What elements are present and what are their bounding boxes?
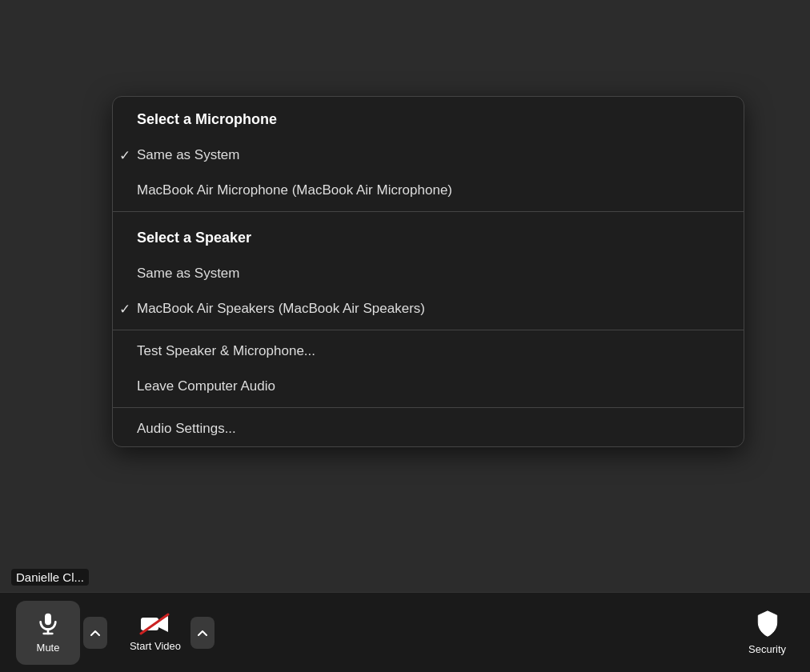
speaker-section: Select a Speaker Same as System ✓ MacBoo… xyxy=(113,215,744,326)
test-speaker-microphone[interactable]: Test Speaker & Microphone... xyxy=(113,334,744,369)
speaker-macbook-air[interactable]: ✓ MacBook Air Speakers (MacBook Air Spea… xyxy=(113,291,744,326)
chevron-up-icon xyxy=(90,630,100,636)
security-button[interactable]: Security xyxy=(748,610,786,655)
shield-icon xyxy=(754,610,781,638)
mute-button[interactable]: Mute xyxy=(16,601,80,665)
video-camera-muted-icon xyxy=(139,613,171,635)
microphone-section: Select a Microphone ✓ Same as System Mac… xyxy=(113,97,744,208)
svg-rect-0 xyxy=(45,614,51,626)
leave-computer-audio[interactable]: Leave Computer Audio xyxy=(113,369,744,404)
toolbar: Mute Start Video xyxy=(0,592,810,672)
microphone-macbook-air[interactable]: MacBook Air Microphone (MacBook Air Micr… xyxy=(113,173,744,208)
microphone-same-as-system[interactable]: ✓ Same as System xyxy=(113,138,744,173)
divider-1 xyxy=(113,211,744,212)
mute-label: Mute xyxy=(37,642,60,654)
audio-settings[interactable]: Audio Settings... xyxy=(113,411,744,446)
actions-section: Test Speaker & Microphone... Leave Compu… xyxy=(113,334,744,404)
video-group: Start Video xyxy=(123,601,215,665)
settings-section: Audio Settings... xyxy=(113,411,744,446)
mute-chevron-button[interactable] xyxy=(83,617,107,649)
start-video-button[interactable]: Start Video xyxy=(123,601,187,665)
audio-dropdown-panel: Select a Microphone ✓ Same as System Mac… xyxy=(112,96,744,447)
divider-3 xyxy=(113,407,744,408)
chevron-up-icon-2 xyxy=(198,630,207,636)
toolbar-left: Mute Start Video xyxy=(16,601,215,665)
microphone-icon xyxy=(35,611,61,637)
checkmark-icon-2: ✓ xyxy=(119,301,130,318)
divider-2 xyxy=(113,330,744,330)
participant-label: Danielle Cl... xyxy=(11,569,89,586)
checkmark-icon: ✓ xyxy=(119,147,130,164)
speaker-same-as-system[interactable]: Same as System xyxy=(113,256,744,291)
video-chevron-button[interactable] xyxy=(190,617,215,649)
security-label: Security xyxy=(748,643,786,655)
background: Select a Microphone ✓ Same as System Mac… xyxy=(0,0,810,672)
video-label: Start Video xyxy=(130,640,181,652)
microphone-section-header: Select a Microphone xyxy=(113,97,744,138)
speaker-section-header: Select a Speaker xyxy=(113,215,744,256)
